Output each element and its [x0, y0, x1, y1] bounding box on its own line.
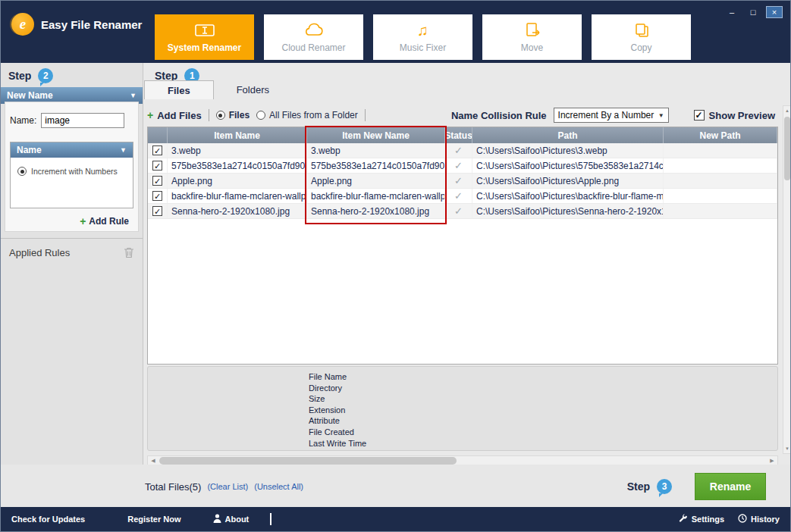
clear-list-link[interactable]: (Clear List) [207, 482, 248, 491]
folder-radio[interactable] [256, 111, 265, 120]
files-radio-label: Files [229, 110, 250, 120]
move-file-icon [524, 22, 541, 39]
table-row[interactable]: ✓ 575be3583e1a2714c0150a7fd908c... 575be… [148, 158, 777, 174]
tab-cloud-renamer[interactable]: Cloud Renamer [264, 14, 363, 60]
scroll-down-icon[interactable]: ▼ [783, 444, 791, 453]
tab-copy[interactable]: Copy [592, 14, 691, 60]
tab-music-fixer[interactable]: ♫ Music Fixer [373, 14, 472, 60]
show-preview-toggle[interactable]: ✓ Show Preview [694, 110, 775, 121]
tab-system-renamer[interactable]: System Renamer [155, 14, 254, 60]
increment-radio[interactable] [17, 167, 27, 176]
name-field-label: Name: [10, 115, 36, 126]
info-field: Extension [309, 405, 777, 416]
chevron-down-icon: ▼ [120, 146, 127, 154]
applied-rules-label: Applied Rules [9, 247, 70, 258]
tab-files[interactable]: Files [144, 80, 214, 99]
table-row[interactable]: ✓ 3.webp 3.webp ✓ C:\Users\Saifoo\Pictur… [148, 143, 777, 158]
item-new-name-cell: backfire-blur-flame-mclaren-wallpa [307, 189, 445, 203]
step-3-indicator: Step 3 [627, 479, 672, 494]
folder-radio-label: All Files from a Folder [269, 110, 358, 120]
table-row[interactable]: ✓ Senna-hero-2-1920x1080.jpg Senna-hero-… [148, 204, 777, 219]
music-note-icon: ♫ [417, 22, 428, 39]
add-rule-button[interactable]: + Add Rule [80, 215, 129, 227]
add-rule-label: Add Rule [89, 216, 129, 227]
item-name-cell: 3.webp [168, 143, 307, 158]
rename-button[interactable]: Rename [695, 473, 766, 500]
vertical-scrollbar[interactable]: ▲ ▼ [783, 105, 791, 454]
step-3-bubble: 3 [657, 479, 672, 494]
status-check-icon: ✓ [445, 158, 472, 173]
history-label: History [751, 515, 780, 524]
settings-link[interactable]: Settings [678, 514, 724, 525]
name-collision-rule-dropdown[interactable]: Increment By a Number ▼ [554, 108, 669, 123]
item-name-header[interactable]: Item Name [168, 127, 307, 143]
new-path-cell [664, 189, 777, 203]
new-path-cell [664, 174, 777, 188]
new-path-cell [664, 158, 777, 173]
minimize-button[interactable]: – [724, 6, 740, 18]
status-header[interactable]: Status [445, 127, 472, 143]
toolbar-divider [209, 109, 209, 121]
files-radio[interactable] [216, 111, 225, 120]
vertical-scroll-thumb[interactable] [784, 117, 790, 180]
file-fields-info-panel: File Name Directory Size Extension Attri… [147, 366, 778, 451]
status-footer: Check for Updates Register Now About Set… [1, 507, 790, 531]
rule-editor-panel: Name: Name ▼ Increment with Numbers + Ad… [5, 102, 139, 232]
table-row[interactable]: ✓ Apple.png Apple.png ✓ C:\Users\Saifoo\… [148, 174, 777, 189]
maximize-button[interactable]: □ [745, 6, 761, 18]
show-preview-checkbox[interactable]: ✓ [694, 110, 705, 120]
about-link[interactable]: About [213, 514, 250, 524]
new-path-header[interactable]: New Path [664, 127, 777, 143]
row-checkbox[interactable]: ✓ [152, 161, 162, 171]
unselect-all-link[interactable]: (Unselect All) [254, 482, 303, 491]
item-name-cell: 575be3583e1a2714c0150a7fd908c... [168, 158, 307, 173]
rule-field-dropdown[interactable]: Name ▼ [11, 142, 133, 158]
scroll-up-icon[interactable]: ▲ [783, 106, 791, 115]
scroll-right-icon[interactable]: ▶ [767, 458, 777, 464]
app-title: Easy File Renamer [41, 18, 142, 31]
register-now-link[interactable]: Register Now [127, 515, 180, 524]
row-checkbox[interactable]: ✓ [152, 206, 162, 216]
scroll-left-icon[interactable]: ◀ [148, 458, 159, 464]
check-for-updates-link[interactable]: Check for Updates [11, 515, 85, 524]
logo-icon: e [11, 13, 34, 36]
settings-label: Settings [692, 515, 724, 524]
copy-files-icon [633, 22, 650, 39]
main-panel: Step 1 Files Folders + Add Files Files A… [144, 63, 791, 465]
app-window: e Easy File Renamer – □ × System Renamer… [0, 0, 791, 532]
path-header[interactable]: Path [472, 127, 664, 143]
clock-icon [738, 514, 747, 524]
item-new-name-cell: 575be3583e1a2714c0150a7fd908c [307, 158, 445, 173]
text-caret [270, 513, 272, 525]
table-row[interactable]: ✓ backfire-blur-flame-mclaren-wallpa... … [148, 189, 777, 204]
info-field: File Name [309, 371, 777, 383]
close-button[interactable]: × [766, 6, 783, 18]
files-table: Item Name Item New Name Status Path New … [147, 127, 778, 365]
row-checkbox[interactable]: ✓ [152, 176, 162, 186]
tab-label: Music Fixer [400, 42, 446, 53]
wrench-icon [678, 514, 688, 525]
row-checkbox[interactable]: ✓ [152, 146, 162, 155]
item-new-name-header[interactable]: Item New Name [307, 127, 445, 143]
item-name-cell: Apple.png [168, 174, 307, 188]
add-files-button[interactable]: + Add Files [147, 109, 202, 121]
name-input[interactable] [41, 113, 124, 128]
item-name-cell: Senna-hero-2-1920x1080.jpg [168, 204, 307, 218]
checkbox-column-header[interactable] [148, 127, 168, 143]
radio-all-files-from-folder[interactable]: All Files from a Folder [256, 110, 358, 120]
increment-radio-label: Increment with Numbers [31, 167, 118, 176]
cloud-icon [303, 22, 325, 39]
tab-folders[interactable]: Folders [214, 80, 292, 99]
history-link[interactable]: History [738, 514, 780, 524]
trash-icon[interactable] [124, 247, 134, 258]
add-files-label: Add Files [157, 110, 202, 121]
row-checkbox[interactable]: ✓ [152, 191, 162, 201]
about-label: About [225, 515, 250, 524]
radio-files[interactable]: Files [216, 110, 250, 120]
path-cell: C:\Users\Saifoo\Pictures\backfire-blur-f… [472, 189, 664, 203]
file-fields-list: File Name Directory Size Extension Attri… [148, 367, 777, 449]
item-new-name-cell: Senna-hero-2-1920x1080.jpg [307, 204, 445, 218]
tab-move[interactable]: Move [482, 14, 582, 60]
horizontal-scroll-thumb[interactable] [159, 457, 457, 465]
name-collision-rule-label: Name Collision Rule [451, 110, 547, 121]
